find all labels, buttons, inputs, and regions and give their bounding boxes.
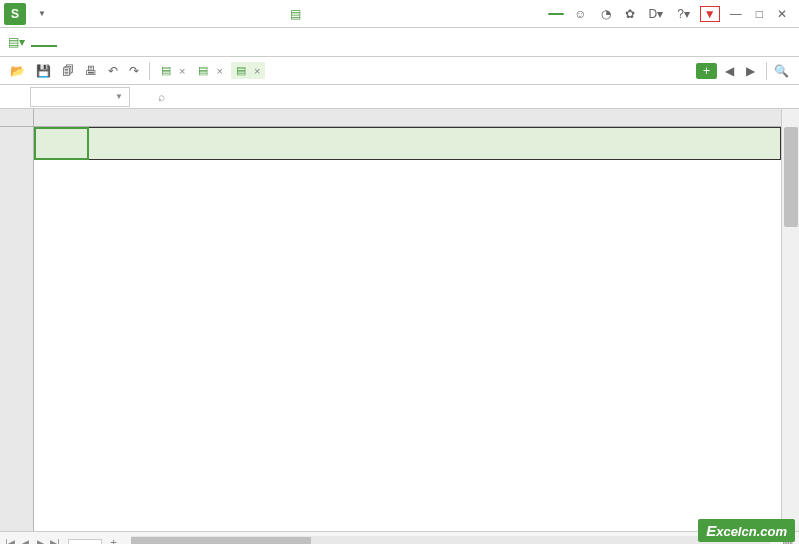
- spreadsheet: [0, 109, 799, 531]
- menu-layout[interactable]: [83, 37, 109, 47]
- add-tab-button[interactable]: +: [696, 63, 717, 79]
- close-tab-icon[interactable]: ×: [254, 65, 260, 77]
- save-icon[interactable]: 💾: [32, 62, 55, 80]
- preview-icon[interactable]: 🗐: [58, 62, 78, 80]
- redo-icon[interactable]: ↷: [125, 62, 143, 80]
- divider: [149, 62, 150, 80]
- close-tab-icon[interactable]: ×: [216, 65, 222, 77]
- sheet-tab-bar: |◀ ◀ ▶ ▶| + ▦: [0, 531, 799, 544]
- nav-right-icon[interactable]: ▶: [742, 62, 759, 80]
- doc-tab-icon: ▤: [161, 64, 171, 77]
- hscroll-thumb[interactable]: [131, 537, 311, 545]
- app-dropdown-icon[interactable]: ▼: [38, 9, 46, 18]
- divider: [766, 62, 767, 80]
- horizontal-scrollbar[interactable]: [131, 536, 770, 545]
- open-icon[interactable]: 📂: [6, 62, 29, 80]
- sheet-tab[interactable]: [68, 539, 102, 544]
- sheet-last-icon[interactable]: ▶|: [48, 535, 62, 545]
- menu-devtools[interactable]: [213, 37, 239, 47]
- stop-icon[interactable]: ▼: [700, 6, 720, 22]
- magnify-icon[interactable]: ⌕: [158, 90, 165, 104]
- d-icon[interactable]: D▾: [645, 5, 668, 23]
- search-icon[interactable]: 🔍: [774, 64, 789, 78]
- titlebar: S ▼ ▤ ☺ ◔ ✿ D▾ ?▾ ▼ — □ ✕: [0, 0, 799, 28]
- doc-icon: ▤: [290, 7, 301, 21]
- column-headers: [34, 109, 781, 127]
- doc-tab-2[interactable]: ▤ ×: [193, 62, 227, 79]
- nav-left-icon[interactable]: ◀: [721, 62, 738, 80]
- add-sheet-button[interactable]: +: [102, 534, 125, 545]
- doc-tab-1[interactable]: ▤ ×: [156, 62, 190, 79]
- user-label[interactable]: [548, 13, 564, 15]
- help-icon[interactable]: ?▾: [673, 5, 694, 23]
- menu-data[interactable]: [135, 37, 161, 47]
- menu-view[interactable]: [187, 37, 213, 47]
- doc-tab-icon: ▤: [198, 64, 208, 77]
- vscroll-thumb[interactable]: [784, 127, 798, 227]
- print-icon[interactable]: 🖶: [81, 62, 101, 80]
- settings-icon[interactable]: ✿: [621, 5, 639, 23]
- menu-insert[interactable]: [57, 37, 83, 47]
- menu-smart[interactable]: [265, 37, 291, 47]
- app-logo-icon: S: [4, 3, 26, 25]
- doc-tab-3[interactable]: ▤ ×: [231, 62, 265, 79]
- globe-icon[interactable]: ◔: [597, 5, 615, 23]
- minimize-button[interactable]: —: [726, 5, 746, 23]
- sheet-next-icon[interactable]: ▶: [33, 535, 47, 545]
- sync-icon[interactable]: ☺: [570, 5, 590, 23]
- merged-title-cell[interactable]: [34, 127, 781, 160]
- titlebar-doc-title: ▤: [46, 7, 548, 21]
- menu-doc-icon[interactable]: ▤▾: [8, 35, 25, 49]
- menu-cloud[interactable]: [239, 37, 265, 47]
- formula-bar: ▼ ⌕: [0, 85, 799, 109]
- name-box[interactable]: ▼: [30, 87, 130, 107]
- maximize-button[interactable]: □: [752, 5, 767, 23]
- toolbar: 📂 💾 🗐 🖶 ↶ ↷ ▤ × ▤ × ▤ × + ◀ ▶ 🔍: [0, 57, 799, 85]
- select-all-corner[interactable]: [0, 109, 34, 127]
- menu-start[interactable]: [31, 37, 57, 47]
- undo-icon[interactable]: ↶: [104, 62, 122, 80]
- row-headers: [0, 127, 34, 531]
- vertical-scrollbar[interactable]: [781, 109, 799, 531]
- watermark: Excelcn.com: [698, 519, 795, 542]
- close-tab-icon[interactable]: ×: [179, 65, 185, 77]
- sheet-prev-icon[interactable]: ◀: [18, 535, 32, 545]
- name-box-dropdown-icon[interactable]: ▼: [115, 92, 123, 101]
- doc-tab-icon: ▤: [236, 64, 246, 77]
- sheet-first-icon[interactable]: |◀: [3, 535, 17, 545]
- close-button[interactable]: ✕: [773, 5, 791, 23]
- menu-review[interactable]: [161, 37, 187, 47]
- menu-formula[interactable]: [109, 37, 135, 47]
- menubar: ▤▾: [0, 28, 799, 57]
- grid[interactable]: [34, 127, 781, 531]
